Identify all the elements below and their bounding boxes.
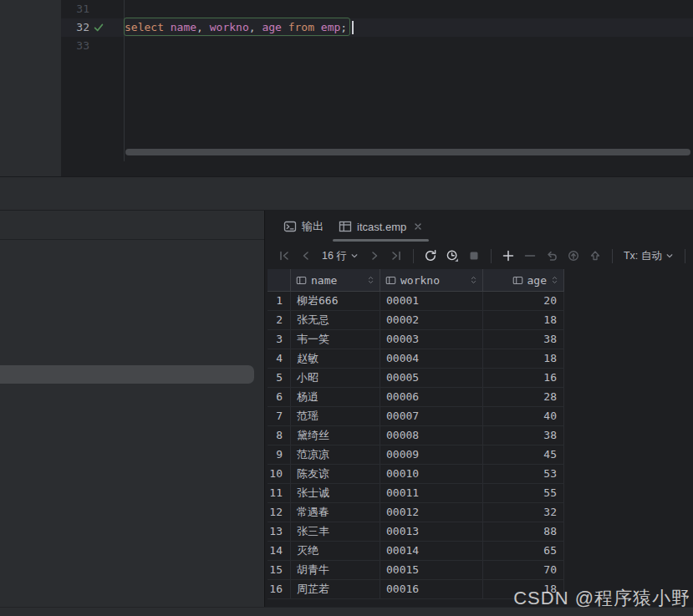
cell-age[interactable]: 40	[483, 407, 564, 425]
cell-age[interactable]: 32	[483, 503, 564, 522]
last-page-button[interactable]	[388, 247, 405, 264]
refresh-button[interactable]	[422, 247, 439, 264]
sql-editor[interactable]: 31 32 33 select name, workno, age from e…	[61, 0, 693, 176]
sql-statement-text[interactable]: select name, workno, age from emp;	[125, 18, 347, 37]
cell-name[interactable]: 灭绝	[291, 542, 380, 560]
cell-age[interactable]: 28	[483, 388, 564, 406]
cell-workno[interactable]: 00005	[380, 369, 483, 387]
query-history-button[interactable]	[444, 247, 461, 264]
add-row-button[interactable]	[500, 247, 517, 264]
cell-age[interactable]: 38	[483, 330, 564, 349]
tab-output[interactable]: 输出	[276, 211, 331, 242]
table-row[interactable]: 1 柳岩666 00001 20	[268, 292, 564, 311]
cell-age[interactable]: 55	[483, 484, 564, 502]
row-number[interactable]: 4	[268, 349, 291, 368]
row-number[interactable]: 6	[268, 388, 291, 406]
cell-workno[interactable]: 00012	[380, 503, 483, 522]
cell-name[interactable]: 常遇春	[291, 503, 380, 522]
cell-name[interactable]: 陈友谅	[291, 465, 380, 483]
cell-workno[interactable]: 00013	[380, 522, 483, 541]
cell-age[interactable]: 38	[483, 426, 564, 445]
row-number[interactable]: 3	[268, 330, 291, 349]
cell-name[interactable]: 周芷若	[291, 580, 380, 598]
table-row[interactable]: 13 张三丰 00013 88	[268, 522, 564, 542]
row-number[interactable]: 12	[268, 503, 291, 522]
page-size-dropdown[interactable]: 16 行	[319, 249, 361, 263]
cell-workno[interactable]: 00014	[380, 542, 483, 560]
cell-name[interactable]: 范凉凉	[291, 445, 380, 464]
row-number[interactable]: 2	[268, 311, 291, 329]
editor-line-31[interactable]	[61, 0, 693, 18]
cell-workno[interactable]: 00003	[380, 330, 483, 349]
submit-button[interactable]	[565, 247, 582, 264]
table-row[interactable]: 4 赵敏 00004 18	[268, 349, 564, 369]
upload-button[interactable]	[587, 247, 604, 264]
row-number[interactable]: 15	[268, 561, 291, 579]
previous-page-button[interactable]	[298, 247, 314, 264]
row-number-header[interactable]	[268, 269, 291, 291]
cell-workno[interactable]: 00010	[380, 465, 483, 483]
table-row[interactable]: 2 张无忌 00002 18	[268, 311, 564, 330]
stop-button[interactable]	[466, 247, 482, 264]
left-tool-window-sliver[interactable]	[0, 0, 61, 176]
row-number[interactable]: 14	[268, 542, 291, 560]
cell-age[interactable]: 88	[483, 522, 564, 541]
cell-name[interactable]: 范瑶	[291, 407, 380, 425]
cell-workno[interactable]: 00008	[380, 426, 483, 445]
cell-age[interactable]: 18	[483, 311, 564, 329]
cell-name[interactable]: 小昭	[291, 369, 380, 387]
table-row[interactable]: 9 范凉凉 00009 45	[268, 445, 564, 465]
table-row[interactable]: 14 灭绝 00014 65	[268, 542, 564, 561]
column-header-name[interactable]: name	[291, 269, 380, 291]
cell-age[interactable]: 45	[483, 445, 564, 464]
tab-itcast-emp[interactable]: itcast.emp	[331, 211, 431, 242]
table-row[interactable]: 11 张士诚 00011 55	[268, 484, 564, 503]
table-row[interactable]: 6 杨逍 00006 28	[268, 388, 564, 407]
table-row[interactable]: 15 胡青牛 00015 70	[268, 561, 564, 580]
table-row[interactable]: 8 黛绮丝 00008 38	[268, 426, 564, 445]
cell-workno[interactable]: 00015	[380, 561, 483, 579]
editor-line-33[interactable]	[61, 37, 693, 55]
column-header-age[interactable]: age	[483, 269, 564, 291]
cell-name[interactable]: 胡青牛	[291, 561, 380, 579]
table-row[interactable]: 12 常遇春 00012 32	[268, 503, 564, 522]
table-row[interactable]: 7 范瑶 00007 40	[268, 407, 564, 426]
row-number[interactable]: 5	[268, 369, 291, 387]
cell-name[interactable]: 张无忌	[291, 311, 380, 329]
row-number[interactable]: 8	[268, 426, 291, 445]
editor-horizontal-scrollbar[interactable]	[125, 149, 690, 155]
row-number[interactable]: 7	[268, 407, 291, 425]
tx-mode-dropdown[interactable]: Tx: 自动	[621, 249, 676, 263]
cell-name[interactable]: 柳岩666	[291, 292, 380, 310]
cell-workno[interactable]: 00002	[380, 311, 483, 329]
sort-icon[interactable]	[551, 275, 558, 285]
cell-workno[interactable]: 00016	[380, 580, 483, 598]
revert-button[interactable]	[543, 247, 560, 264]
cell-name[interactable]: 杨逍	[291, 388, 380, 406]
cell-workno[interactable]: 00001	[380, 292, 483, 310]
row-number[interactable]: 13	[268, 522, 291, 541]
sort-icon[interactable]	[470, 275, 477, 285]
cell-name[interactable]: 张士诚	[291, 484, 380, 502]
cell-age[interactable]: 18	[483, 349, 564, 368]
cell-age[interactable]: 16	[483, 369, 564, 387]
cell-name[interactable]: 黛绮丝	[291, 426, 380, 445]
row-number[interactable]: 1	[268, 292, 291, 310]
cell-workno[interactable]: 00007	[380, 407, 483, 425]
first-page-button[interactable]	[276, 247, 293, 264]
cell-age[interactable]: 70	[483, 561, 564, 579]
sort-icon[interactable]	[367, 275, 375, 285]
delete-row-button[interactable]	[522, 247, 538, 264]
table-row[interactable]: 10 陈友谅 00010 53	[268, 465, 564, 484]
cell-workno[interactable]: 00009	[380, 445, 483, 464]
cell-name[interactable]: 张三丰	[291, 522, 380, 541]
cell-age[interactable]: 53	[483, 465, 564, 483]
cell-age[interactable]: 20	[483, 292, 564, 310]
row-number[interactable]: 10	[268, 465, 291, 483]
close-icon[interactable]	[413, 221, 423, 232]
cell-workno[interactable]: 00004	[380, 349, 483, 368]
left-panel-selected-item[interactable]	[0, 365, 254, 384]
table-row[interactable]: 3 韦一笑 00003 38	[268, 330, 564, 349]
next-page-button[interactable]	[366, 247, 383, 264]
table-row[interactable]: 5 小昭 00005 16	[268, 369, 564, 388]
